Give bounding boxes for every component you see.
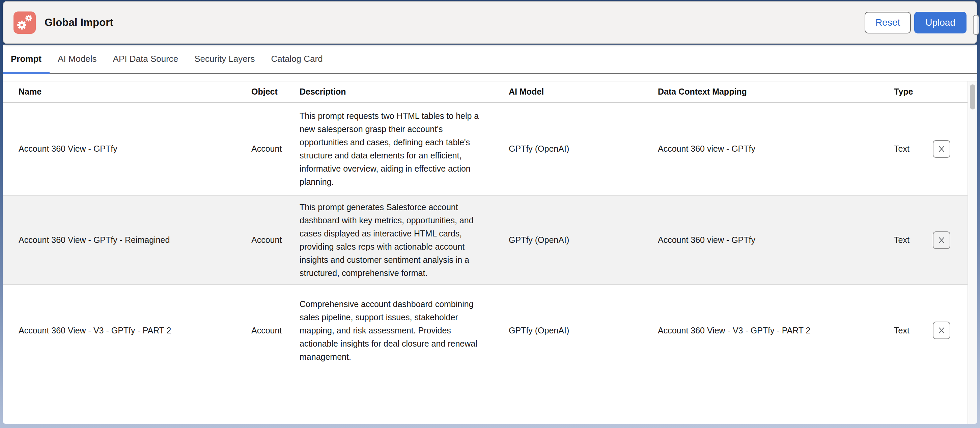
remove-icon (937, 236, 946, 244)
table-scrollbar-thumb[interactable] (970, 85, 975, 109)
object-cell: Account (235, 235, 284, 245)
app-body: Prompt AI Models API Data Source Securit… (3, 45, 977, 424)
actions-cell (915, 322, 967, 339)
column-header-ai-model: AI Model (493, 87, 642, 97)
data-context-mapping-cell: Account 360 view - GPTfy (642, 235, 878, 245)
table-row: Account 360 View - GPTfy Account This pr… (3, 103, 967, 196)
column-header-data-context-mapping: Data Context Mapping (642, 87, 878, 97)
gears-icon (15, 13, 34, 32)
tab-bar: Prompt AI Models API Data Source Securit… (3, 45, 977, 74)
description-cell: This prompt requests two HTML tables to … (284, 109, 493, 188)
table-row: Account 360 View - GPTfy - Reimagined Ac… (3, 196, 967, 285)
type-cell: Text (878, 235, 915, 245)
type-cell: Text (878, 144, 915, 154)
window-scrollbar-thumb[interactable] (973, 15, 979, 35)
description-cell: Comprehensive account dashboard combinin… (284, 298, 493, 364)
actions-cell (915, 140, 967, 158)
reset-button[interactable]: Reset (865, 12, 911, 34)
prompt-table: Name Object Description AI Model Data Co… (3, 81, 967, 424)
remove-row-button[interactable] (933, 232, 950, 249)
app-window: Global Import Reset Upload Prompt AI Mod… (3, 1, 977, 424)
table-region: Name Object Description AI Model Data Co… (3, 81, 977, 424)
actions-cell (915, 232, 967, 249)
table-row: Account 360 View - V3 - GPTfy - PART 2 A… (3, 285, 967, 375)
tab-security-layers[interactable]: Security Layers (186, 45, 263, 73)
description-cell: This prompt generates Salesforce account… (284, 201, 493, 280)
remove-icon (937, 145, 946, 153)
column-header-name: Name (3, 87, 235, 97)
ai-model-cell: GPTfy (OpenAI) (493, 326, 642, 335)
app-header: Global Import Reset Upload (3, 1, 977, 44)
name-cell: Account 360 View - GPTfy (3, 144, 235, 154)
desktop-background: { "header": { "title": "Global Import", … (0, 0, 980, 428)
name-cell: Account 360 View - GPTfy - Reimagined (3, 235, 235, 245)
remove-icon (937, 326, 946, 334)
name-cell: Account 360 View - V3 - GPTfy - PART 2 (3, 326, 235, 335)
tab-api-data-source[interactable]: API Data Source (105, 45, 186, 73)
data-context-mapping-cell: Account 360 view - GPTfy (642, 144, 878, 154)
type-cell: Text (878, 326, 915, 335)
remove-row-button[interactable] (933, 140, 950, 158)
page-title: Global Import (45, 16, 113, 29)
data-context-mapping-cell: Account 360 View - V3 - GPTfy - PART 2 (642, 326, 878, 335)
column-header-description: Description (284, 87, 493, 97)
column-header-type: Type (878, 87, 915, 97)
remove-row-button[interactable] (933, 322, 950, 339)
tab-ai-models[interactable]: AI Models (49, 45, 105, 73)
table-scrollbar-track[interactable] (967, 81, 977, 424)
table-gap (3, 74, 977, 81)
tab-prompt[interactable]: Prompt (3, 45, 49, 73)
table-header-row: Name Object Description AI Model Data Co… (3, 81, 967, 103)
global-import-app-icon (13, 11, 36, 34)
object-cell: Account (235, 326, 284, 335)
upload-button[interactable]: Upload (914, 12, 967, 34)
ai-model-cell: GPTfy (OpenAI) (493, 144, 642, 154)
object-cell: Account (235, 144, 284, 154)
column-header-object: Object (235, 87, 284, 97)
ai-model-cell: GPTfy (OpenAI) (493, 235, 642, 245)
tab-catalog-card[interactable]: Catalog Card (263, 45, 331, 73)
